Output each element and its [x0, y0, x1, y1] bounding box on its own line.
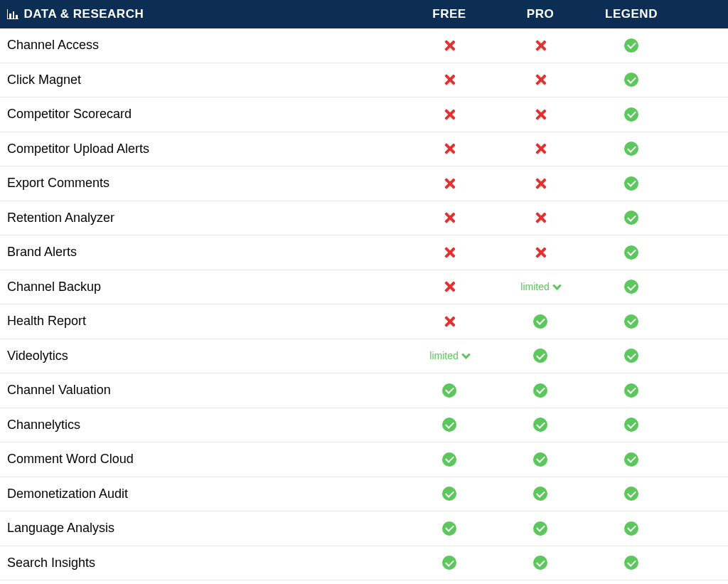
feature-row: Channel Access [0, 28, 728, 63]
check-icon [533, 452, 547, 467]
feature-name: Channel Access [0, 38, 404, 53]
check-icon [624, 314, 638, 329]
check-icon [624, 38, 638, 53]
feature-name: Demonetization Audit [0, 487, 404, 501]
feature-cell-legend [586, 556, 677, 570]
feature-name: Videolytics [0, 349, 404, 363]
feature-row: Search Insights [0, 546, 728, 581]
feature-cell-pro [495, 39, 586, 52]
check-icon [624, 280, 638, 294]
check-icon [442, 521, 456, 536]
chevron-down-icon[interactable] [461, 350, 471, 359]
feature-cell-legend [586, 452, 677, 467]
feature-cell-free [404, 280, 495, 293]
cross-icon [534, 39, 547, 52]
check-icon [533, 556, 547, 570]
feature-cell-legend [586, 176, 677, 191]
feature-name: Channel Valuation [0, 383, 404, 398]
cross-icon [443, 246, 456, 259]
feature-cell-free [404, 246, 495, 259]
check-icon [442, 487, 456, 501]
feature-name: Competitor Scorecard [0, 107, 404, 122]
check-icon [624, 556, 638, 570]
check-icon [624, 521, 638, 536]
feature-cell-free [404, 487, 495, 501]
limited-label[interactable]: limited [429, 350, 458, 361]
cross-icon [443, 108, 456, 121]
feature-cell-legend [586, 349, 677, 363]
cross-icon [534, 177, 547, 190]
feature-cell-legend [586, 487, 677, 501]
feature-row: Channel Backuplimited [0, 270, 728, 305]
feature-cell-free [404, 177, 495, 190]
feature-row: Retention Analyzer [0, 201, 728, 236]
feature-cell-free [404, 418, 495, 432]
cross-icon [534, 211, 547, 224]
cross-icon [534, 246, 547, 259]
feature-name: Click Magnet [0, 73, 404, 87]
feature-cell-pro [495, 211, 586, 224]
check-icon [442, 452, 456, 467]
feature-cell-pro [495, 142, 586, 155]
feature-row: Competitor Scorecard [0, 97, 728, 132]
chevron-down-icon[interactable] [552, 281, 562, 290]
plan-header-free: FREE [404, 7, 495, 21]
feature-cell-free [404, 211, 495, 224]
section-title-cell: DATA & RESEARCH [0, 7, 404, 21]
feature-name: Health Report [0, 314, 404, 329]
feature-cell-pro [495, 177, 586, 190]
feature-cell-legend [586, 418, 677, 432]
feature-cell-free[interactable]: limited [404, 350, 495, 361]
plan-header-legend: LEGEND [586, 7, 677, 21]
section-header: DATA & RESEARCH FREE PRO LEGEND [0, 0, 728, 28]
cross-icon [443, 73, 456, 86]
check-icon [624, 383, 638, 398]
feature-name: Language Analysis [0, 521, 404, 536]
feature-cell-pro[interactable]: limited [495, 281, 586, 292]
feature-cell-legend [586, 107, 677, 122]
feature-cell-legend [586, 38, 677, 53]
feature-cell-free [404, 556, 495, 570]
feature-cell-free [404, 73, 495, 86]
feature-cell-free [404, 315, 495, 328]
cross-icon [534, 73, 547, 86]
check-icon [624, 211, 638, 225]
limited-label[interactable]: limited [520, 281, 549, 292]
feature-row: Health Report [0, 304, 728, 339]
feature-cell-free [404, 452, 495, 467]
cross-icon [534, 142, 547, 155]
cross-icon [534, 108, 547, 121]
check-icon [624, 142, 638, 156]
feature-rows: Channel AccessClick MagnetCompetitor Sco… [0, 28, 728, 580]
feature-row: Channel Valuation [0, 373, 728, 408]
feature-cell-pro [495, 73, 586, 86]
feature-cell-pro [495, 314, 586, 329]
check-icon [533, 349, 547, 363]
feature-cell-pro [495, 418, 586, 432]
feature-cell-free [404, 39, 495, 52]
check-icon [442, 556, 456, 570]
feature-cell-pro [495, 556, 586, 570]
feature-cell-pro [495, 349, 586, 363]
feature-row: Comment Word Cloud [0, 442, 728, 477]
feature-row: Export Comments [0, 166, 728, 201]
check-icon [624, 107, 638, 122]
feature-name: Comment Word Cloud [0, 452, 404, 467]
feature-cell-legend [586, 314, 677, 329]
feature-row: Brand Alerts [0, 235, 728, 270]
feature-cell-legend [586, 245, 677, 260]
feature-name: Brand Alerts [0, 245, 404, 260]
check-icon [533, 487, 547, 501]
check-icon [624, 73, 638, 87]
feature-cell-legend [586, 73, 677, 87]
feature-row: Videolyticslimited [0, 339, 728, 374]
cross-icon [443, 39, 456, 52]
feature-row: Language Analysis [0, 511, 728, 546]
feature-name: Retention Analyzer [0, 211, 404, 225]
check-icon [624, 452, 638, 467]
feature-row: Demonetization Audit [0, 477, 728, 512]
check-icon [624, 349, 638, 363]
feature-cell-free [404, 383, 495, 398]
feature-name: Competitor Upload Alerts [0, 142, 404, 156]
feature-row: Click Magnet [0, 63, 728, 98]
